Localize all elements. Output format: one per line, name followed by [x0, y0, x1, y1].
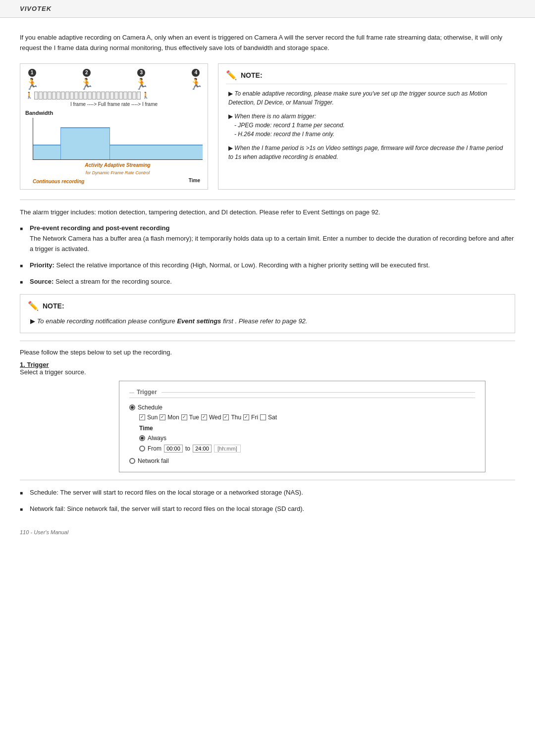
- two-column-section: 1 🏃 2 🏃 3 🏃: [20, 63, 515, 190]
- trigger-box-title: Trigger: [137, 389, 157, 396]
- checkbox-tue[interactable]: [181, 414, 187, 420]
- chart-title: Activity Adaptive Streaming: [85, 162, 150, 168]
- checkbox-fri[interactable]: [243, 414, 249, 420]
- checkbox-sat[interactable]: [260, 414, 266, 420]
- from-label: From: [148, 445, 161, 452]
- note-item-standalone: To enable recording notification please …: [28, 316, 507, 327]
- diagram-area: 1 🏃 2 🏃 3 🏃: [20, 63, 208, 190]
- page-header: VIVOTEK: [0, 0, 535, 18]
- to-input[interactable]: [193, 445, 212, 453]
- schedule-label: Schedule: [138, 404, 162, 411]
- filmstrip: [34, 92, 141, 100]
- figure-number-1: 1: [28, 69, 36, 77]
- chart-subtitle: for Dynamic Frame Rate Control: [86, 170, 150, 175]
- from-to-row: From to [hh:mm]: [139, 445, 475, 453]
- note-title-2: NOTE:: [43, 302, 64, 310]
- divider-2: [20, 341, 515, 341]
- note-pencil-icon: ✏️: [226, 70, 237, 81]
- note-item-2: When there is no alarm trigger: - JPEG m…: [226, 112, 507, 139]
- note-header-1: ✏️ NOTE:: [226, 70, 507, 84]
- alarm-text: The alarm trigger includes: motion detec…: [20, 207, 515, 218]
- time-label-chart: Time: [189, 178, 200, 184]
- brand-logo: VIVOTEK: [20, 5, 52, 12]
- day-fri: Fri: [251, 414, 258, 421]
- bullet-source: Source: Select a stream for the recordin…: [20, 277, 515, 287]
- figure-2: 🏃: [80, 78, 93, 90]
- day-wed: Wed: [209, 414, 221, 421]
- always-radio[interactable]: [139, 435, 145, 441]
- divider-3: [20, 480, 515, 480]
- figure-number-2: 2: [83, 69, 91, 77]
- day-mon: Mon: [167, 414, 179, 421]
- day-thu: Thu: [231, 414, 241, 421]
- bandwidth-chart: Activity Adaptive Streaming for Dynamic …: [33, 118, 203, 176]
- page-footer: 110 - User's Manual: [20, 529, 515, 535]
- trigger-section: 1. Trigger Select a trigger source. — Tr…: [20, 361, 515, 472]
- note-box-2: ✏️ NOTE: To enable recording notificatio…: [20, 294, 515, 333]
- trigger-subtitle: Select a trigger source.: [20, 368, 515, 376]
- checkbox-wed[interactable]: [201, 414, 207, 420]
- network-fail-radio[interactable]: [129, 458, 135, 464]
- divider-1: [20, 200, 515, 200]
- figure-3: 🏃: [135, 78, 148, 90]
- intro-paragraph: If you enable adaptive recording on Came…: [20, 33, 515, 53]
- trigger-box: — Trigger Schedule Sun Mon Tue Wed T: [119, 381, 485, 472]
- to-label: to: [185, 445, 190, 452]
- small-figure-2: 🚶: [142, 92, 150, 99]
- note-header-2: ✏️ NOTE:: [28, 301, 507, 311]
- day-tue: Tue: [189, 414, 199, 421]
- schedule-radio-row[interactable]: Schedule: [129, 404, 475, 411]
- checkbox-thu[interactable]: [223, 414, 229, 420]
- bold-event-settings: Event settings: [177, 317, 221, 325]
- note-sub-items: - JPEG mode: record 1 frame per second. …: [228, 121, 507, 139]
- from-input[interactable]: [164, 445, 183, 453]
- page-content: If you enable adaptive recording on Came…: [0, 18, 535, 555]
- schedule-radio[interactable]: [129, 404, 135, 410]
- note-item-1: To enable adaptive recording, please mak…: [226, 89, 507, 107]
- time-label-section: Time: [139, 425, 475, 432]
- figure-1: 🏃: [25, 78, 39, 90]
- from-radio[interactable]: [139, 446, 145, 452]
- checkbox-mon[interactable]: [160, 414, 165, 420]
- day-sun: Sun: [147, 414, 158, 421]
- note-pencil-icon-2: ✏️: [28, 301, 39, 311]
- figure-4: 🏃: [189, 78, 203, 90]
- day-sat: Sat: [268, 414, 277, 421]
- small-figure-1: 🚶: [25, 92, 33, 99]
- note-item-3: When the I frame period is >1s on Video …: [226, 144, 507, 161]
- note-title-1: NOTE:: [241, 71, 263, 79]
- figure-number-3: 3: [137, 69, 145, 77]
- bullet-pre-event: Pre-event recording and post-event recor…: [20, 223, 515, 254]
- network-note: Network fail: Since network fail, the se…: [20, 504, 515, 514]
- always-radio-row[interactable]: Always: [139, 435, 475, 442]
- figure-number-4: 4: [192, 69, 200, 77]
- always-label: Always: [148, 435, 166, 442]
- time-hint: [hh:mm]: [214, 445, 241, 453]
- bullet-priority: Priority: Select the relative importance…: [20, 260, 515, 271]
- continuous-label: Continuous recording: [33, 179, 84, 184]
- bandwidth-label: Bandwidth: [25, 110, 203, 116]
- steps-intro: Please follow the steps below to set up …: [20, 349, 515, 356]
- note-box-1: ✏️ NOTE: To enable adaptive recording, p…: [218, 63, 515, 190]
- frame-arrow-label: I frame ----> Full frame rate ----> I fr…: [25, 101, 203, 107]
- checkbox-sun[interactable]: [139, 414, 145, 420]
- days-row: Sun Mon Tue Wed Thu Fri Sat: [139, 414, 475, 421]
- schedule-note: Schedule: The server will start to recor…: [20, 488, 515, 498]
- network-fail-row[interactable]: Network fail: [129, 457, 475, 464]
- trigger-title: 1. Trigger: [20, 361, 515, 368]
- network-fail-label: Network fail: [138, 457, 169, 464]
